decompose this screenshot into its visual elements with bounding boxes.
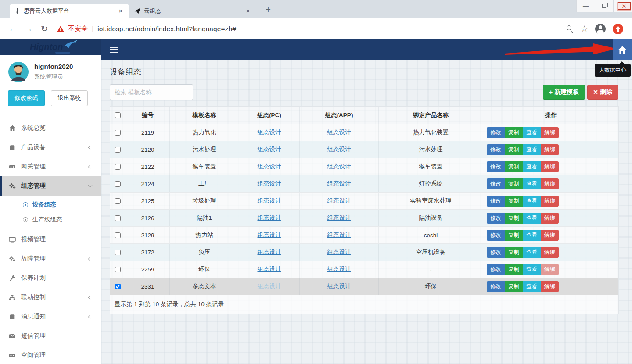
row-checkbox[interactable] [115,250,121,255]
sidebar-item-video[interactable]: 视频管理 [0,230,101,249]
copy-button[interactable]: 复制 [505,127,523,138]
sidebar-item-gateway[interactable]: 网关管理 [0,157,101,176]
unbind-button[interactable]: 解绑 [541,144,559,155]
security-warning-label[interactable]: 不安全 [68,25,88,33]
app-design-link[interactable]: 组态设计 [327,231,351,239]
row-checkbox[interactable] [115,147,121,153]
extension-icon[interactable] [613,24,623,34]
app-design-link[interactable]: 组态设计 [327,180,351,188]
sidebar-item-notifications[interactable]: 消息通知 [0,307,101,326]
browser-profile-icon[interactable] [595,24,606,34]
change-password-button[interactable]: 修改密码 [8,90,45,106]
view-button[interactable]: 查看 [523,230,541,241]
copy-button[interactable]: 复制 [505,281,523,292]
pc-design-link[interactable]: 组态设计 [258,146,281,153]
sidebar-item-maintenance[interactable]: 保养计划 [0,268,101,288]
view-button[interactable]: 查看 [523,161,541,172]
copy-button[interactable]: 复制 [505,230,523,241]
view-button[interactable]: 查看 [523,264,541,275]
url-text[interactable]: iot.idosp.net/admin/index.html?language=… [97,25,236,33]
sidebar-item-line-scada[interactable]: 生产线组态 [0,212,101,227]
unbind-button[interactable]: 解绑 [541,127,559,138]
sidebar-item-products[interactable]: 产品设备 [0,138,101,157]
row-checkbox[interactable] [115,267,121,272]
row-checkbox[interactable] [115,164,121,170]
pc-design-link[interactable]: 组态设计 [258,128,281,136]
edit-button[interactable]: 修改 [487,127,505,138]
reload-button[interactable]: ↻ [38,22,51,36]
sidebar-item-linkage[interactable]: 联动控制 [0,288,101,307]
view-button[interactable]: 查看 [523,247,541,258]
sidebar-item-device-scada[interactable]: 设备组态 [0,197,101,212]
forward-button[interactable]: → [22,22,35,36]
row-checkbox[interactable] [115,215,121,221]
app-design-link[interactable]: 组态设计 [327,197,351,205]
view-button[interactable]: 查看 [523,281,541,292]
app-design-link[interactable]: 组态设计 [327,214,351,222]
app-design-link[interactable]: 组态设计 [327,282,351,290]
unbind-button[interactable]: 解绑 [541,161,559,172]
edit-button[interactable]: 修改 [487,264,505,275]
app-design-link[interactable]: 组态设计 [327,265,351,273]
app-design-link[interactable]: 组态设计 [327,146,351,153]
select-all-checkbox[interactable] [115,112,121,118]
search-input[interactable] [110,84,193,100]
app-design-link[interactable]: 组态设计 [327,128,351,136]
sidebar-item-sms[interactable]: 短信管理 [0,326,101,346]
unbind-button[interactable]: 解绑 [541,264,559,275]
copy-button[interactable]: 复制 [505,213,523,224]
tab-close-icon[interactable]: × [117,7,125,15]
sidebar-item-overview[interactable]: 系统总览 [0,118,101,138]
copy-button[interactable]: 复制 [505,161,523,172]
unbind-button[interactable]: 解绑 [541,178,559,189]
edit-button[interactable]: 修改 [487,178,505,189]
zoom-out-icon[interactable] [567,25,574,32]
sidebar-item-scada[interactable]: 组态管理 [0,176,101,196]
edit-button[interactable]: 修改 [487,247,505,258]
pc-design-link[interactable]: 组态设计 [258,231,281,239]
unbind-button[interactable]: 解绑 [541,213,559,224]
copy-button[interactable]: 复制 [505,264,523,275]
browser-tab-platform[interactable]: 思普云大数据平台 × [10,4,129,18]
edit-button[interactable]: 修改 [487,230,505,241]
row-checkbox[interactable] [115,198,121,204]
edit-button[interactable]: 修改 [487,161,505,172]
home-button[interactable] [613,39,632,60]
new-tab-button[interactable]: + [262,4,274,16]
view-button[interactable]: 查看 [523,127,541,138]
row-checkbox[interactable] [115,130,121,136]
copy-button[interactable]: 复制 [505,144,523,155]
copy-button[interactable]: 复制 [505,247,523,258]
view-button[interactable]: 查看 [523,213,541,224]
pc-design-link[interactable]: 组态设计 [258,265,281,273]
bookmark-star-icon[interactable]: ☆ [581,24,588,34]
pc-design-link[interactable]: 组态设计 [258,248,281,256]
pc-design-link[interactable]: 组态设计 [258,282,281,290]
row-checkbox[interactable] [115,284,121,289]
tab-close-icon[interactable]: × [244,7,252,15]
unbind-button[interactable]: 解绑 [541,230,559,241]
unbind-button[interactable]: 解绑 [541,247,559,258]
pc-design-link[interactable]: 组态设计 [258,197,281,205]
view-button[interactable]: 查看 [523,196,541,207]
view-button[interactable]: 查看 [523,144,541,155]
edit-button[interactable]: 修改 [487,196,505,207]
browser-tab-cloud-scada[interactable]: 云组态 × [129,4,256,18]
close-button[interactable]: ✕ ✕ [613,0,632,12]
minimize-button[interactable]: — [576,0,595,12]
unbind-button[interactable]: 解绑 [541,281,559,292]
row-checkbox[interactable] [115,181,121,187]
unbind-button[interactable]: 解绑 [541,196,559,207]
edit-button[interactable]: 修改 [487,281,505,292]
hamburger-menu-icon[interactable] [107,43,125,57]
back-button[interactable]: ← [6,22,19,36]
edit-button[interactable]: 修改 [487,213,505,224]
sidebar-item-space[interactable]: 空间管理 [0,346,101,364]
copy-button[interactable]: 复制 [505,178,523,189]
view-button[interactable]: 查看 [523,178,541,189]
pc-design-link[interactable]: 组态设计 [258,180,281,188]
row-checkbox[interactable] [115,232,121,238]
pc-design-link[interactable]: 组态设计 [258,163,281,171]
restore-button[interactable] [595,0,613,12]
new-template-button[interactable]: +新建模板 [543,85,585,100]
